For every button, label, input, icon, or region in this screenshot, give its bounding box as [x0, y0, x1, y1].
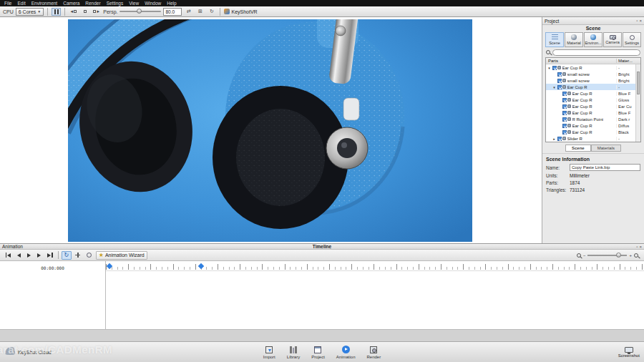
tab-camera[interactable]: Camera — [603, 32, 622, 47]
skip-to-start-button[interactable] — [3, 251, 14, 260]
view-icon — [84, 10, 87, 13]
library-button[interactable]: Library — [287, 346, 300, 359]
chevron-down-icon[interactable]: ▾ — [547, 66, 551, 70]
scene-name-field[interactable]: Copy Paste Link.bip — [570, 164, 640, 171]
step-back-button[interactable] — [15, 251, 24, 260]
flip-view-button[interactable]: ⇄ — [184, 8, 193, 16]
tab-settings[interactable]: Settings — [623, 32, 641, 47]
tree-row[interactable]: ▾Ear Cup R - — [546, 84, 640, 90]
pause-render-button[interactable] — [52, 8, 61, 16]
tree-row[interactable]: small screw Bright — [546, 77, 640, 84]
visibility-checkbox[interactable] — [562, 98, 567, 102]
menu-environment[interactable]: Environment — [29, 1, 61, 6]
animation-wizard-button[interactable]: ★ Animation Wizard — [96, 251, 147, 260]
tree-row[interactable]: Ear Cup R Blue F — [546, 90, 640, 97]
tree-row[interactable]: Ear Cup R Gloss — [546, 97, 640, 103]
menu-render[interactable]: Render — [82, 1, 103, 6]
tree-row[interactable]: Ear Cup R Ear Cu — [546, 103, 640, 109]
menu-edit[interactable]: Edit — [14, 1, 28, 6]
visibility-checkbox[interactable] — [552, 66, 557, 70]
keyshotvr-label: KeyShotVR — [231, 9, 257, 14]
visibility-checkbox[interactable] — [557, 137, 562, 141]
part-label: Ear Cup R — [572, 98, 592, 102]
visibility-checkbox[interactable] — [562, 117, 567, 122]
viewport[interactable] — [0, 17, 542, 243]
tree-row[interactable]: Ear Cup R Black — [546, 129, 640, 135]
visibility-checkbox[interactable] — [562, 111, 567, 115]
grid-button[interactable]: ⊞ — [195, 8, 205, 16]
zoom-out-icon[interactable] — [577, 253, 581, 258]
gear-icon — [630, 35, 635, 40]
visibility-checkbox[interactable] — [562, 104, 567, 109]
keyshot-cloud-button[interactable]: KeyShot Cloud — [5, 350, 52, 355]
visibility-checkbox[interactable] — [557, 72, 562, 77]
zoom-in-icon[interactable] — [634, 253, 638, 258]
menu-file[interactable]: File — [1, 1, 14, 6]
import-button[interactable]: Import — [263, 346, 275, 359]
tree-row[interactable]: R Rotation Point Dark r — [546, 116, 640, 122]
animation-button[interactable]: Animation — [336, 346, 356, 359]
menu-help[interactable]: Help — [164, 1, 179, 6]
material-cell: Blue F — [616, 92, 635, 96]
keyshotvr-button[interactable]: KeyShotVR — [224, 9, 257, 14]
tree-row[interactable]: Ear Cup R Diffus — [546, 122, 640, 129]
visibility-checkbox[interactable] — [562, 92, 567, 96]
part-label: small screw — [567, 72, 590, 77]
next-view-button[interactable]: ▸ — [92, 8, 101, 16]
part-icon — [562, 79, 566, 82]
menu-view[interactable]: View — [126, 1, 142, 6]
search-input[interactable] — [552, 49, 640, 56]
tab-environment[interactable]: Environ... — [584, 32, 602, 47]
timeline-ruler-area[interactable] — [106, 261, 644, 329]
tab-material[interactable]: Material — [565, 32, 583, 47]
toolbar-separator — [58, 251, 59, 259]
chevron-right-icon[interactable]: ▸ — [552, 137, 556, 141]
tab-scene-list[interactable]: Scene — [565, 145, 591, 152]
screenshot-button[interactable]: Screenshot — [618, 347, 640, 358]
dock-icon[interactable]: ▫ — [636, 245, 638, 249]
menu-window[interactable]: Window — [142, 1, 164, 6]
slider-knob[interactable] — [137, 9, 142, 14]
part-icon — [567, 117, 571, 121]
timeline-ruler[interactable] — [106, 261, 644, 271]
tree-row[interactable]: ▾Ear Cup R - — [546, 64, 640, 71]
visibility-checkbox[interactable] — [562, 124, 567, 128]
menu-camera[interactable]: Camera — [60, 1, 82, 6]
timeline-track-list[interactable]: 00:00:000 — [0, 261, 106, 329]
parts-column-header[interactable]: Parts — [546, 59, 616, 63]
play-button[interactable] — [25, 251, 34, 260]
add-view-button[interactable] — [80, 8, 89, 16]
tree-row[interactable]: small screw Bright — [546, 71, 640, 77]
visibility-checkbox[interactable] — [557, 79, 562, 83]
project-button[interactable]: Project — [311, 346, 325, 359]
chevron-down-icon[interactable]: ▾ — [552, 85, 556, 89]
material-column-header[interactable]: Mater... — [616, 59, 635, 63]
slider-knob[interactable] — [616, 253, 621, 258]
dock-icon[interactable]: ▫ — [636, 19, 638, 23]
keyshot-window: File Edit Environment Camera Render Sett… — [0, 0, 644, 362]
visibility-checkbox[interactable] — [562, 130, 567, 134]
focal-length-field[interactable]: 80.0 — [163, 8, 182, 16]
loop-button[interactable]: ↻ — [62, 251, 72, 260]
skip-to-end-button[interactable] — [45, 251, 56, 260]
cpu-cores-dropdown[interactable]: 6 Cores ▼ — [16, 8, 44, 16]
menu-settings[interactable]: Settings — [104, 1, 127, 6]
scrollbar-thumb[interactable] — [637, 72, 640, 94]
perspective-slider[interactable] — [119, 11, 161, 12]
close-icon[interactable]: × — [639, 245, 642, 249]
reset-camera-button[interactable]: ↻ — [207, 8, 216, 16]
close-icon[interactable]: × — [639, 19, 642, 23]
timeline-zoom-slider[interactable] — [587, 255, 627, 256]
previous-view-button[interactable]: ◂ — [69, 8, 78, 16]
step-forward-button[interactable] — [35, 251, 44, 260]
render-button[interactable]: Render — [367, 346, 381, 359]
tree-row[interactable]: Ear Cup R Blue F — [546, 109, 640, 116]
animation-settings-button[interactable] — [84, 251, 94, 260]
units-value: Millimeter — [570, 173, 590, 178]
tree-scrollbar[interactable] — [635, 64, 640, 142]
tree-row[interactable]: ▸Slider R - — [546, 135, 640, 142]
tab-materials-list[interactable]: Materials — [591, 145, 621, 152]
tab-scene[interactable]: Scene — [545, 32, 564, 47]
realtime-button[interactable] — [73, 251, 83, 260]
visibility-checkbox[interactable] — [557, 85, 562, 89]
